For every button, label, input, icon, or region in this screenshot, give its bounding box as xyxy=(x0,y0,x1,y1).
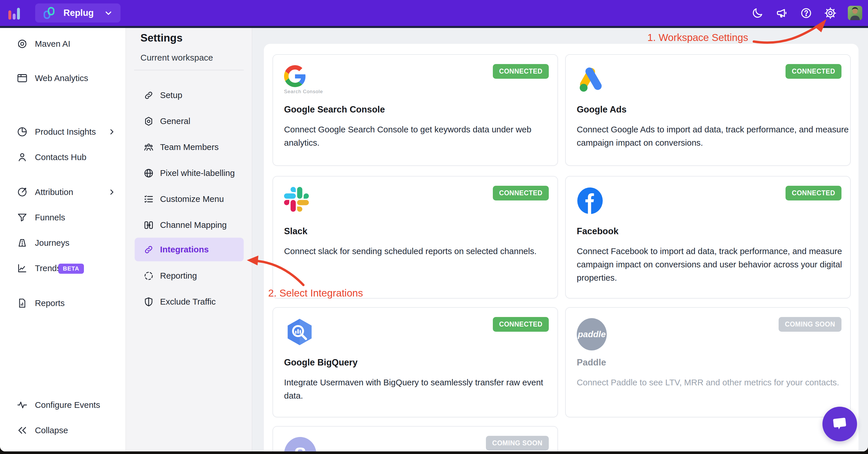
sidebar-item-funnels[interactable]: Funnels xyxy=(0,209,126,226)
status-badge: CONNECTED xyxy=(493,64,549,79)
integration-card-google-search-console[interactable]: Search Console CONNECTED Google Search C… xyxy=(273,54,558,166)
settings-subtitle: Current workspace xyxy=(141,53,213,63)
sidebar-item-label: Journeys xyxy=(35,238,69,248)
announcements-megaphone-icon[interactable] xyxy=(775,6,788,20)
browser-icon xyxy=(17,72,28,84)
integration-card-paddle[interactable]: paddle COMING SOON Paddle Connect Paddle… xyxy=(565,307,851,417)
sidebar-item-collapse[interactable]: Collapse xyxy=(0,421,126,439)
sidebar-item-web-analytics[interactable]: Web Analytics xyxy=(0,69,126,87)
settings-item-label: Customize Menu xyxy=(160,194,224,204)
trend-line-icon xyxy=(17,263,28,274)
integration-card-slack[interactable]: CONNECTED Slack Connect slack for sendin… xyxy=(273,176,558,299)
settings-item-integrations[interactable]: Integrations xyxy=(135,238,244,261)
annotation-select-integrations: 2. Select Integrations xyxy=(268,287,363,299)
sidebar-item-maven-ai[interactable]: Maven AI xyxy=(0,35,126,53)
workspace-settings-gear-icon[interactable] xyxy=(824,6,837,20)
settings-item-channel-mapping[interactable]: Channel Mapping xyxy=(135,213,244,237)
settings-item-label: Channel Mapping xyxy=(160,220,227,230)
replug-logo-icon xyxy=(43,6,56,20)
integration-card-google-bigquery[interactable]: CONNECTED Google BigQuery Integrate User… xyxy=(273,307,558,417)
paddle-logo-icon: paddle xyxy=(577,318,607,351)
integration-card-facebook[interactable]: CONNECTED Facebook Connect Facebook to i… xyxy=(565,176,851,299)
sidebar-item-label: Web Analytics xyxy=(35,73,88,83)
card-title: Facebook xyxy=(577,226,619,237)
settings-item-label: Exclude Traffic xyxy=(160,297,216,307)
hexagon-nut-icon xyxy=(143,116,154,127)
sidebar-item-label: Funnels xyxy=(35,213,65,222)
report-doc-icon xyxy=(17,297,28,309)
s-logo-text: S xyxy=(294,444,307,451)
chevron-right-icon xyxy=(107,188,116,196)
pulse-icon xyxy=(17,399,28,411)
status-badge: CONNECTED xyxy=(785,186,841,201)
link-icon xyxy=(143,90,154,101)
sidebar-item-reports[interactable]: Reports xyxy=(0,294,126,312)
integration-card-partial[interactable]: S COMING SOON xyxy=(273,426,558,451)
dark-mode-moon-icon[interactable] xyxy=(751,6,764,20)
annotation-workspace-settings: 1. Workspace Settings xyxy=(647,32,748,43)
target-icon xyxy=(17,186,28,198)
speech-bubble-icon xyxy=(831,415,849,433)
card-title: Google Ads xyxy=(577,104,627,115)
card-description: Connect Facebook to import ad data, trac… xyxy=(577,245,854,284)
usermaven-logo-icon xyxy=(8,6,21,20)
help-icon[interactable] xyxy=(799,6,813,20)
paddle-logo-text: paddle xyxy=(578,329,606,339)
pie-chart-icon xyxy=(17,126,28,138)
beta-badge: BETA xyxy=(58,264,84,274)
card-title: Google Search Console xyxy=(284,104,385,115)
user-avatar[interactable] xyxy=(848,6,862,20)
card-title: Paddle xyxy=(577,357,606,368)
google-search-console-logo-icon xyxy=(284,65,306,88)
sidebar-item-configure-events[interactable]: Configure Events xyxy=(0,396,126,414)
sidebar-item-label: Maven AI xyxy=(35,39,70,49)
sidebar-item-attribution[interactable]: Attribution xyxy=(0,183,126,201)
integrations-content-panel: Search Console CONNECTED Google Search C… xyxy=(264,44,859,451)
sidebar-item-label: Attribution xyxy=(35,187,73,197)
status-badge: CONNECTED xyxy=(493,317,549,332)
primary-sidebar: Maven AI Web Analytics Product Insights … xyxy=(0,28,126,451)
workspace-selector[interactable]: Replug xyxy=(35,3,121,23)
sidebar-item-contacts-hub[interactable]: Contacts Hub xyxy=(0,148,126,166)
topbar: Replug xyxy=(0,0,868,26)
double-chevron-left-icon xyxy=(17,425,28,436)
sidebar-item-label: Configure Events xyxy=(35,400,100,410)
sidebar-item-label: Reports xyxy=(35,298,65,308)
status-badge: CONNECTED xyxy=(493,186,549,201)
settings-item-reporting[interactable]: Reporting xyxy=(135,264,244,287)
settings-item-label: Pixel white-labelling xyxy=(160,168,235,178)
shield-icon xyxy=(143,297,154,307)
card-description: Connect slack for sending scheduled repo… xyxy=(284,245,561,258)
chevron-down-icon xyxy=(104,8,113,18)
integration-card-google-ads[interactable]: CONNECTED Google Ads Connect Google Ads … xyxy=(565,54,851,166)
sidebar-item-journeys[interactable]: Journeys xyxy=(0,234,126,252)
settings-item-customize-menu[interactable]: Customize Menu xyxy=(135,187,244,211)
settings-item-pixel-white-labelling[interactable]: Pixel white-labelling xyxy=(135,161,244,185)
sidebar-item-label: Trends xyxy=(35,263,61,273)
globe-icon xyxy=(143,168,154,179)
settings-panel: Settings Current workspace Setup General… xyxy=(126,28,252,451)
chat-launcher-button[interactable] xyxy=(823,407,857,441)
sidebar-item-product-insights[interactable]: Product Insights xyxy=(0,123,126,141)
card-title: Slack xyxy=(284,226,307,237)
settings-item-general[interactable]: General xyxy=(135,109,244,133)
sidebar-item-trends[interactable]: Trends BETA xyxy=(0,259,126,277)
road-icon xyxy=(17,237,28,249)
logo-caption: Search Console xyxy=(284,89,323,95)
settings-item-label: General xyxy=(160,116,190,126)
settings-item-team-members[interactable]: Team Members xyxy=(135,135,244,159)
screen-bottom-edge xyxy=(0,451,868,454)
topbar-divider xyxy=(0,26,868,28)
workspace-name: Replug xyxy=(63,8,94,18)
settings-item-label: Integrations xyxy=(160,245,209,254)
facebook-logo-icon xyxy=(577,187,603,216)
orbit-icon xyxy=(17,38,28,50)
card-description: Connect Google Ads to import ad data, tr… xyxy=(577,123,854,149)
settings-item-exclude-traffic[interactable]: Exclude Traffic xyxy=(135,290,244,313)
funnel-icon xyxy=(17,212,28,223)
chain-link-icon xyxy=(143,244,154,255)
divider xyxy=(134,70,244,70)
checklist-icon xyxy=(143,194,154,205)
sidebar-item-label: Contacts Hub xyxy=(35,152,87,162)
settings-item-setup[interactable]: Setup xyxy=(135,83,244,107)
